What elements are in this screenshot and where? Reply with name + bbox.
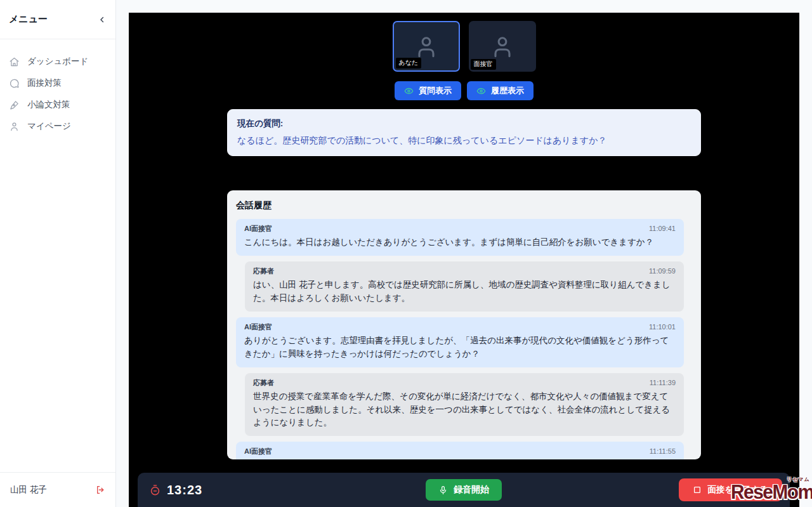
message-time: 11:11:39 [650, 379, 676, 386]
message-header: AI面接官 11:09:41 [244, 224, 676, 234]
person-placeholder-icon [488, 32, 516, 60]
record-start-label: 録音開始 [454, 484, 489, 496]
message-text: はい、山田 花子と申します。高校では歴史研究部に所属し、地域の歴史調査や資料整理… [253, 279, 676, 305]
timer-value: 13:23 [167, 483, 202, 497]
control-bar: 13:23 録音開始 面接を終了する [138, 473, 790, 507]
conversation-history-title: 会話履歴 [236, 200, 692, 211]
logout-button[interactable] [95, 485, 105, 495]
pen-icon [9, 100, 20, 110]
video-tile-interviewer[interactable]: 面接官 [469, 21, 536, 72]
video-tiles: あなた 面接官 [129, 21, 799, 72]
interview-stage: あなた 面接官 質問表示 履歴表示 [129, 13, 799, 507]
current-question-text: なるほど。歴史研究部での活動について、特に印象に残っているエピソードはありますか… [237, 135, 691, 147]
toggle-buttons-row: 質問表示 履歴表示 [129, 81, 799, 100]
message-header: 応募者 11:09:59 [253, 267, 676, 276]
show-history-button[interactable]: 履歴表示 [467, 81, 534, 100]
current-question-box: 現在の質問: なるほど。歴史研究部での活動について、特に印象に残っているエピソー… [227, 109, 701, 156]
message-header: AI面接官 11:11:55 [244, 447, 676, 456]
message-header: 応募者 11:11:39 [253, 378, 676, 388]
message-time: 11:11:55 [650, 447, 676, 455]
message-ai: AI面接官 11:09:41 こんにちは。本日はお越しいただきありがとうございま… [236, 219, 684, 256]
user-name: 山田 花子 [10, 484, 47, 496]
chevron-left-icon [98, 15, 107, 24]
message-time: 11:09:59 [649, 267, 676, 275]
message-text: こんにちは。本日はお越しいただきありがとうございます。まずは簡単に自己紹介をお願… [244, 236, 676, 249]
message-speaker: AI面接官 [244, 322, 272, 332]
resemom-watermark: ReseMom. [731, 482, 812, 502]
message-text: 世界史の授業で産業革命を学んだ際、その変化が単に経済だけでなく、都市文化や人々の… [253, 390, 676, 430]
interview-app: メニュー ダッシュボード 面接対策 小論文 [0, 0, 812, 507]
resemom-watermark-ruby: リセマム [787, 476, 810, 483]
video-tile-you[interactable]: あなた [393, 21, 460, 72]
stopwatch-icon [149, 484, 161, 496]
show-question-label: 質問表示 [419, 85, 452, 96]
microphone-icon [438, 485, 448, 495]
person-placeholder-icon [412, 32, 440, 60]
record-start-button[interactable]: 録音開始 [426, 479, 502, 501]
conversation-history-panel: 会話履歴 AI面接官 11:09:41 こんにちは。本日はお越しいただきありがと… [227, 190, 701, 459]
message-ai: AI面接官 11:11:55 なるほど。歴史研究部での活動について、特に印象に残… [236, 442, 684, 459]
sidebar-item-label: 面接対策 [27, 77, 62, 89]
sidebar-item-label: 小論文対策 [27, 99, 70, 110]
show-question-button[interactable]: 質問表示 [395, 81, 461, 100]
message-speaker: AI面接官 [244, 224, 272, 234]
message-time: 11:10:01 [649, 323, 676, 331]
message-ai: AI面接官 11:10:01 ありがとうございます。志望理由書を拝見しましたが、… [236, 317, 684, 367]
sidebar-footer: 山田 花子 [0, 472, 115, 507]
home-icon [9, 56, 20, 67]
current-question-title: 現在の質問: [237, 118, 691, 129]
sidebar-title: メニュー [9, 13, 48, 25]
sidebar-item-mypage[interactable]: マイページ [0, 115, 115, 137]
message-time: 11:09:41 [649, 225, 676, 232]
message-applicant: 応募者 11:09:59 はい、山田 花子と申します。高校では歴史研究部に所属し… [245, 261, 684, 312]
show-history-label: 履歴表示 [491, 85, 524, 96]
sidebar-collapse-button[interactable] [98, 15, 107, 24]
sidebar-header: メニュー [0, 0, 115, 39]
chat-bubble-icon [9, 78, 20, 89]
sidebar-item-label: ダッシュボード [27, 56, 88, 67]
tile-label-you: あなた [396, 58, 422, 69]
timer: 13:23 [149, 483, 202, 497]
message-text: なるほど。歴史研究部での活動について、特に印象に残っているエピソードはありますか… [244, 459, 676, 459]
logout-icon [95, 485, 105, 495]
message-speaker: 応募者 [253, 267, 274, 276]
sidebar-item-dashboard[interactable]: ダッシュボード [0, 51, 115, 72]
message-applicant: 応募者 11:11:39 世界史の授業で産業革命を学んだ際、その変化が単に経済だ… [245, 373, 684, 437]
tile-label-interviewer: 面接官 [471, 59, 496, 70]
message-header: AI面接官 11:10:01 [244, 322, 676, 332]
eye-icon [476, 86, 486, 96]
message-speaker: 応募者 [253, 378, 274, 388]
sidebar-item-label: マイページ [27, 121, 71, 132]
eye-icon [404, 86, 414, 96]
sidebar: メニュー ダッシュボード 面接対策 小論文 [0, 0, 116, 507]
message-text: ありがとうございます。志望理由書を拝見しましたが、「過去の出来事が現代の文化や価… [244, 334, 676, 361]
message-speaker: AI面接官 [244, 447, 272, 456]
sidebar-item-interview[interactable]: 面接対策 [0, 72, 115, 94]
stop-square-icon [693, 485, 702, 494]
user-icon [9, 121, 20, 132]
sidebar-nav: ダッシュボード 面接対策 小論文対策 マイページ [0, 39, 115, 137]
sidebar-item-essay[interactable]: 小論文対策 [0, 94, 115, 115]
